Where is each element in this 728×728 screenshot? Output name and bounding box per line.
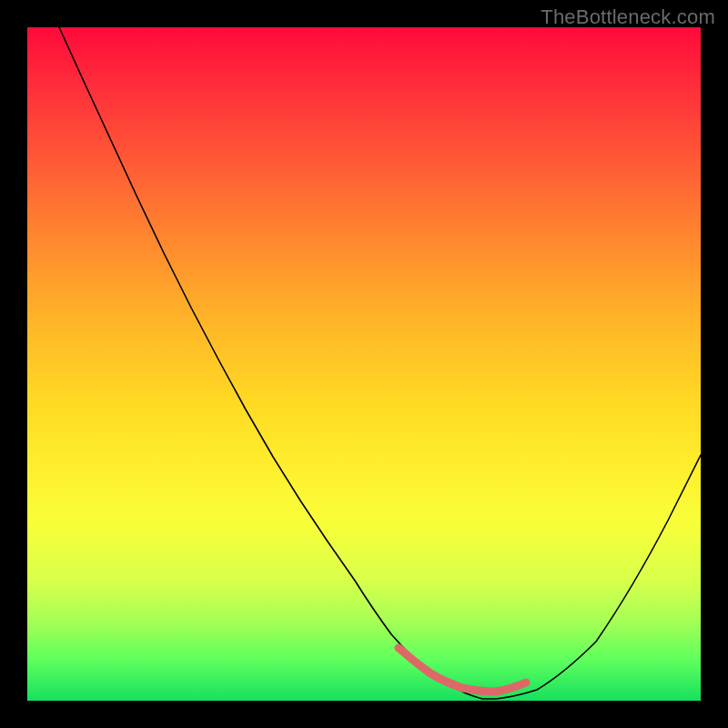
chart-stage: TheBottleneck.com [0,0,728,728]
attribution-label: TheBottleneck.com [541,5,715,29]
bottleneck-curve [59,27,701,699]
minima-highlight [399,648,526,692]
curve-svg [27,27,701,701]
plot-area [27,27,701,701]
